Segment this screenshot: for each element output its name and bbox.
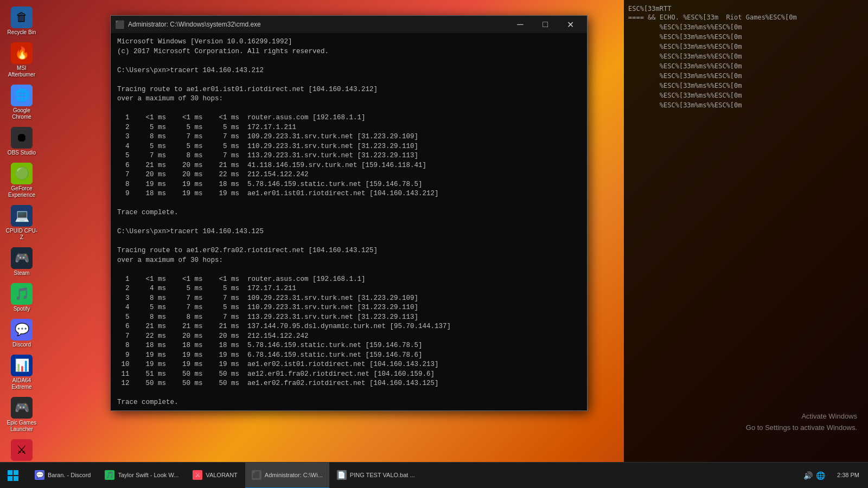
cmd-line-17 <box>117 199 580 209</box>
desktop-icon-img-11: ⚔ <box>11 439 33 461</box>
cmd-line-33: 9 19 ms 19 ms 19 ms 6.78.146.159.static.… <box>117 351 580 361</box>
right-panel: ESC%[33mRTT==== && ECHO. %ESC%[33m Riot … <box>624 0 868 462</box>
minimize-button[interactable]: ─ <box>508 16 533 33</box>
right-panel-line-9: %ESC%[33m%ms%%ESC%[0m <box>628 52 864 61</box>
cmd-line-4 <box>117 75 580 85</box>
desktop-icon-label-4: GeForce Experience <box>4 185 39 198</box>
right-panel-line-3: %ESC%[33m%ms%%ESC%[0m <box>628 23 864 31</box>
desktop-icon-9[interactable]: 📊 AIDA64 Extreme <box>2 352 41 393</box>
desktop-icon-img-9: 📊 <box>11 355 33 376</box>
desktop-icon-img-8: 💬 <box>11 319 33 341</box>
taskbar-item-2[interactable]: ⚔ VALORANT <box>186 463 244 489</box>
start-button[interactable] <box>0 463 26 489</box>
desktop-icon-label-6: Steam <box>14 270 30 277</box>
cmd-line-39 <box>117 408 580 411</box>
desktop-icon-img-6: 🎮 <box>11 247 33 269</box>
desktop-icon-img-0: 🗑 <box>11 7 33 28</box>
taskbar-item-icon-0: 💬 <box>35 470 44 480</box>
cmd-icon: ⬛ <box>115 20 124 29</box>
cmd-line-34: 10 19 ms 19 ms 19 ms ae1.er02.ist01.riot… <box>117 360 580 370</box>
cmd-line-2 <box>117 56 580 66</box>
cmd-controls: ─ □ ✕ <box>508 16 583 33</box>
desktop-icon-label-2: Google Chrome <box>4 107 39 120</box>
desktop-icon-4[interactable]: 🟢 GeForce Experience <box>2 160 41 201</box>
taskbar-item-0[interactable]: 💬 Baran. - Discord <box>28 463 97 489</box>
desktop-icon-2[interactable]: 🌐 Google Chrome <box>2 82 41 123</box>
cmd-titlebar[interactable]: ⬛ Administrator: C:\Windows\system32\cmd… <box>111 16 587 33</box>
cmd-line-32: 8 18 ms 18 ms 18 ms 5.78.146.159.static.… <box>117 341 580 351</box>
desktop-icon-label-9: AIDA64 Extreme <box>4 377 39 390</box>
clock-time: 2:38 PM <box>837 471 859 479</box>
taskbar-item-label-0: Baran. - Discord <box>48 472 91 478</box>
cmd-line-29: 5 8 ms 8 ms 7 ms 113.29.223.31.srv.turk.… <box>117 313 580 323</box>
right-panel-line-5: %ESC%[33m%ms%%ESC%[0m <box>628 33 864 41</box>
desktop-icon-3[interactable]: ⏺ OBS Studio <box>2 125 41 158</box>
cmd-line-8: 1 <1 ms <1 ms <1 ms router.asus.com [192… <box>117 113 580 123</box>
maximize-button[interactable]: □ <box>533 16 558 33</box>
cmd-line-21 <box>117 237 580 247</box>
cmd-content[interactable]: Microsoft Windows [Version 10.0.16299.19… <box>111 33 587 410</box>
desktop-icon-label-1: MSI Afterburner <box>4 65 39 78</box>
desktop-icon-8[interactable]: 💬 Discord <box>2 317 41 350</box>
desktop-icon-img-7: 🎵 <box>11 283 33 305</box>
taskbar-item-1[interactable]: 🎵 Taylor Swift - Look W... <box>98 463 185 489</box>
desktop-icon-10[interactable]: 🎮 Epic Games Launcher <box>2 395 41 435</box>
desktop-icon-label-5: CPUID CPU-Z <box>4 228 39 241</box>
activate-line2: Go to Settings to activate Windows. <box>746 422 857 434</box>
cmd-line-22: Tracing route to ae1.er02.fra02.riotdire… <box>117 246 580 256</box>
cmd-line-9: 2 5 ms 5 ms 5 ms 172.17.1.211 <box>117 123 580 133</box>
cmd-line-5: Tracing route to ae1.er01.ist01.riotdire… <box>117 85 580 95</box>
cmd-window: ⬛ Administrator: C:\Windows\system32\cmd… <box>110 15 588 411</box>
taskbar-clock[interactable]: 2:38 PM <box>833 471 864 479</box>
cmd-line-18: Trace complete. <box>117 208 580 218</box>
right-panel-line-17: %ESC%[33m%ms%%ESC%[0m <box>628 91 864 100</box>
taskbar: 💬 Baran. - Discord 🎵 Taylor Swift - Look… <box>0 462 868 488</box>
cmd-line-27: 3 8 ms 7 ms 7 ms 109.29.223.31.srv.turk.… <box>117 294 580 304</box>
close-button[interactable]: ✕ <box>558 16 583 33</box>
desktop-icon-0[interactable]: 🗑 Recycle Bin <box>2 4 41 38</box>
desktop-icon-7[interactable]: 🎵 Spotify <box>2 281 41 314</box>
right-panel-line-0: ESC%[33mRTT <box>628 4 864 13</box>
svg-rect-2 <box>8 476 12 481</box>
taskbar-item-4[interactable]: 📄 PING TEST VALO.bat ... <box>330 463 422 489</box>
desktop-icon-area: 🗑 Recycle Bin 🔥 MSI Afterburner 🌐 Google… <box>0 0 43 462</box>
desktop-icon-img-4: 🟢 <box>11 163 33 184</box>
desktop-icon-img-5: 💻 <box>11 205 33 227</box>
cmd-line-10: 3 8 ms 7 ms 7 ms 109.29.223.31.srv.turk.… <box>117 132 580 142</box>
cmd-line-25: 1 <1 ms <1 ms <1 ms router.asus.com [192… <box>117 275 580 285</box>
cmd-line-0: Microsoft Windows [Version 10.0.16299.19… <box>117 37 580 47</box>
cmd-line-14: 7 20 ms 20 ms 22 ms 212.154.122.242 <box>117 170 580 180</box>
svg-rect-3 <box>14 476 18 481</box>
cmd-line-26: 2 4 ms 5 ms 5 ms 172.17.1.211 <box>117 284 580 294</box>
taskbar-item-label-4: PING TEST VALO.bat ... <box>350 472 415 478</box>
cmd-line-1: (c) 2017 Microsoft Corporation. All righ… <box>117 47 580 57</box>
cmd-line-11: 4 5 ms 5 ms 5 ms 110.29.223.31.srv.turk.… <box>117 142 580 152</box>
activate-line1: Activate Windows <box>746 411 857 422</box>
cmd-line-3: C:\Users\pxn>tracert 104.160.143.212 <box>117 66 580 76</box>
svg-rect-1 <box>14 470 18 475</box>
desktop-icon-label-7: Spotify <box>14 306 30 312</box>
cmd-title: Administrator: C:\Windows\system32\cmd.e… <box>128 21 508 28</box>
desktop-icon-6[interactable]: 🎮 Steam <box>2 245 41 279</box>
svg-rect-0 <box>8 470 12 475</box>
desktop-icon-img-1: 🔥 <box>11 42 33 64</box>
cmd-line-13: 6 21 ms 20 ms 21 ms 41.118.146.159.srv.t… <box>117 161 580 171</box>
taskbar-item-label-2: VALORANT <box>206 472 237 478</box>
taskbar-item-icon-4: 📄 <box>337 470 347 480</box>
taskbar-item-icon-2: ⚔ <box>193 470 202 480</box>
right-panel-line-13: %ESC%[33m%ms%%ESC%[0m <box>628 72 864 80</box>
cmd-line-7 <box>117 104 580 114</box>
tray-icon-1: 🔊 <box>803 471 813 480</box>
cmd-line-12: 5 7 ms 8 ms 7 ms 113.29.223.31.srv.turk.… <box>117 151 580 161</box>
desktop-icon-1[interactable]: 🔥 MSI Afterburner <box>2 40 41 80</box>
desktop-icon-label-8: Discord <box>12 342 31 348</box>
activate-windows-overlay: Activate Windows Go to Settings to activ… <box>746 411 857 434</box>
cmd-line-20: C:\Users\pxn>tracert 104.160.143.125 <box>117 227 580 237</box>
right-panel-line-19: %ESC%[33m%ms%%ESC%[0m <box>628 101 864 110</box>
taskbar-item-icon-3: ⬛ <box>252 470 261 480</box>
taskbar-item-3[interactable]: ⬛ Administrator: C:\Wi... <box>245 463 329 489</box>
tray-icon-2: 🌐 <box>816 471 825 480</box>
right-panel-line-15: %ESC%[33m%ms%%ESC%[0m <box>628 81 864 90</box>
taskbar-item-label-3: Administrator: C:\Wi... <box>265 472 323 478</box>
desktop-icon-5[interactable]: 💻 CPUID CPU-Z <box>2 203 41 243</box>
